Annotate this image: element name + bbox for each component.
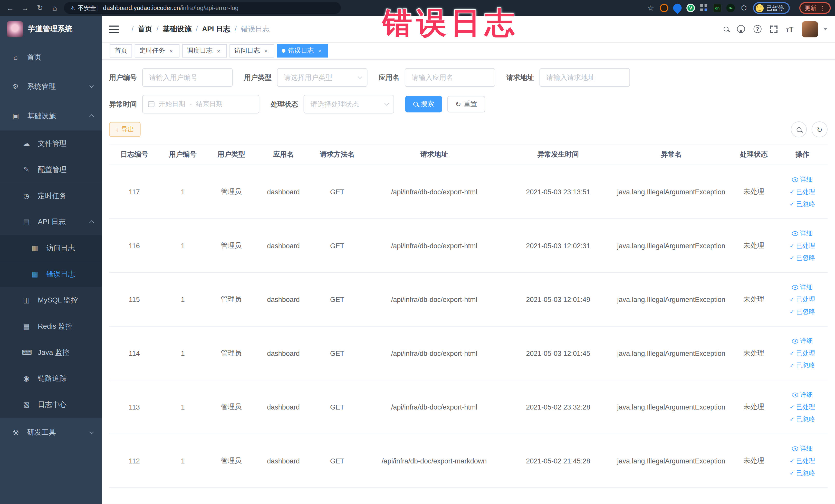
user-no-input[interactable]: [142, 68, 233, 87]
detail-link[interactable]: 详细: [792, 229, 813, 238]
browser-reload-button[interactable]: ↻: [34, 2, 46, 14]
mark-ignored-link[interactable]: 已忽略: [790, 253, 815, 262]
close-icon[interactable]: ×: [263, 47, 269, 55]
range-separator: -: [190, 100, 192, 108]
sidebar-item[interactable]: ▤ Redis 监控: [0, 313, 102, 339]
sidebar-item[interactable]: ▧ 日志中心: [0, 391, 102, 418]
sidebar-item[interactable]: ◉ 链路追踪: [0, 365, 102, 391]
tag-tab[interactable]: 访问日志 ×: [229, 44, 274, 58]
detail-link[interactable]: 详细: [792, 336, 813, 345]
cell-user-type: 管理员: [206, 241, 257, 250]
breadcrumb-item[interactable]: API 日志: [191, 24, 230, 34]
date-range-picker[interactable]: 开始日期 - 结束日期: [142, 95, 259, 114]
sidebar-item[interactable]: ☁ 文件管理: [0, 130, 102, 157]
extension-pin-icon[interactable]: [671, 2, 683, 14]
browser-forward-button[interactable]: →: [19, 2, 31, 14]
tag-tab[interactable]: 首页: [109, 44, 132, 58]
sidebar-item[interactable]: ▤ API 日志: [0, 209, 102, 235]
avatar-caret-icon[interactable]: [823, 28, 828, 30]
extension-plant-icon[interactable]: ❧: [727, 4, 735, 12]
mark-ignored-link[interactable]: 已忽略: [790, 200, 815, 208]
sidebar-item[interactable]: ⚙ 系统管理: [0, 72, 102, 101]
user-type-select[interactable]: 请选择用户类型: [277, 68, 368, 87]
toggle-search-button[interactable]: [791, 121, 807, 137]
mark-ignored-link[interactable]: 已忽略: [790, 415, 815, 424]
detail-link[interactable]: 详细: [792, 283, 813, 292]
export-button[interactable]: ↓ 导出: [109, 122, 140, 137]
breadcrumb-item[interactable]: 错误日志: [230, 24, 269, 34]
sidebar-item[interactable]: ✎ 配置管理: [0, 157, 102, 183]
devtools-icon: ⚒: [11, 428, 20, 437]
detail-link[interactable]: 详细: [792, 390, 813, 399]
help-icon[interactable]: [753, 25, 761, 33]
detail-link[interactable]: 详细: [792, 444, 813, 453]
font-size-icon[interactable]: [786, 25, 793, 33]
refresh-button[interactable]: ↻: [812, 121, 828, 137]
mark-processed-link[interactable]: 已处理: [790, 456, 815, 465]
profile-avatar: [756, 4, 763, 12]
mark-processed-link[interactable]: 已处理: [790, 187, 815, 196]
cell-log-id: 114: [109, 349, 159, 357]
mark-processed-link[interactable]: 已处理: [790, 402, 815, 411]
tag-tab[interactable]: 调度日志 ×: [182, 44, 227, 58]
active-dot-icon: [282, 49, 285, 53]
sidebar-item[interactable]: ▦ 错误日志: [0, 261, 102, 287]
cell-log-id: 116: [109, 242, 159, 249]
profile-status-label: 已暂停: [766, 4, 784, 12]
extensions-puzzle-icon[interactable]: ⬡: [740, 4, 748, 12]
sidebar-item[interactable]: ◷ 定时任务: [0, 183, 102, 209]
browser-extensions-area: ☆ V on ❧ ⬡ 已暂停 更新 ⋮: [647, 2, 831, 14]
mark-processed-link[interactable]: 已处理: [790, 241, 815, 250]
browser-back-button[interactable]: ←: [4, 2, 16, 14]
sidebar-item[interactable]: ⌂ 首页: [0, 43, 102, 72]
extension-grid-icon[interactable]: [700, 4, 708, 12]
github-icon[interactable]: [737, 25, 745, 33]
browser-home-button[interactable]: ⌂: [49, 2, 61, 14]
sidebar-item[interactable]: ◫ MySQL 监控: [0, 287, 102, 313]
browser-menu-icon[interactable]: ⋮: [820, 5, 826, 12]
check-icon: [790, 200, 794, 208]
url-path: /infra/log/api-error-log: [180, 5, 239, 11]
mark-processed-link[interactable]: 已处理: [790, 295, 815, 304]
close-icon[interactable]: ×: [215, 47, 222, 55]
close-icon[interactable]: ×: [168, 47, 175, 55]
detail-link[interactable]: 详细: [792, 175, 813, 184]
user-avatar[interactable]: [802, 21, 818, 37]
extension-v-icon[interactable]: V: [686, 4, 695, 12]
breadcrumb-item[interactable]: 基础设施: [152, 24, 191, 34]
sidebar-item[interactable]: ▣ 基础设施: [0, 101, 102, 130]
sidebar-item-label: Redis 监控: [38, 321, 93, 331]
address-bar[interactable]: ⚠ 不安全 | dashboard.yudao.iocoder.cn/infra…: [64, 2, 341, 14]
table-header-cell: 日志编号: [109, 150, 159, 159]
search-button[interactable]: 搜索: [405, 96, 442, 112]
reset-button[interactable]: ↻ 重置: [447, 96, 485, 112]
app-name-input[interactable]: [405, 68, 495, 87]
sidebar-item-label: 文件管理: [38, 139, 93, 148]
breadcrumb-item[interactable]: 首页: [127, 24, 152, 34]
close-icon[interactable]: ×: [316, 47, 323, 55]
tag-tab[interactable]: 错误日志 ×: [277, 44, 328, 58]
mark-ignored-link[interactable]: 已忽略: [790, 307, 815, 316]
extension-on-toggle-icon[interactable]: on: [713, 4, 721, 12]
cell-user-id: 1: [159, 242, 206, 249]
sidebar-item[interactable]: ⌨ Java 监控: [0, 339, 102, 366]
mark-processed-link[interactable]: 已处理: [790, 349, 815, 358]
status-select[interactable]: 请选择处理状态: [304, 95, 394, 114]
fullscreen-icon[interactable]: [770, 25, 777, 33]
sidebar-item[interactable]: ⚒ 研发工具: [0, 418, 102, 447]
hamburger-icon[interactable]: [109, 25, 119, 33]
request-url-input[interactable]: [539, 68, 630, 87]
browser-profile-chip[interactable]: 已暂停: [753, 2, 790, 14]
bookmark-star-icon[interactable]: ☆: [647, 4, 655, 12]
extension-orange-icon[interactable]: [660, 4, 668, 12]
cell-status: 未处理: [731, 241, 777, 250]
mark-ignored-link[interactable]: 已忽略: [790, 468, 815, 478]
tag-label: 访问日志: [235, 46, 260, 55]
browser-update-button[interactable]: 更新 ⋮: [799, 2, 831, 14]
tag-tab[interactable]: 定时任务 ×: [135, 44, 179, 58]
search-icon[interactable]: [724, 27, 729, 32]
app-logo-row[interactable]: 芋道管理系统: [0, 16, 102, 43]
check-icon: [790, 296, 794, 303]
sidebar-item[interactable]: ▥ 访问日志: [0, 235, 102, 261]
mark-ignored-link[interactable]: 已忽略: [790, 361, 815, 370]
